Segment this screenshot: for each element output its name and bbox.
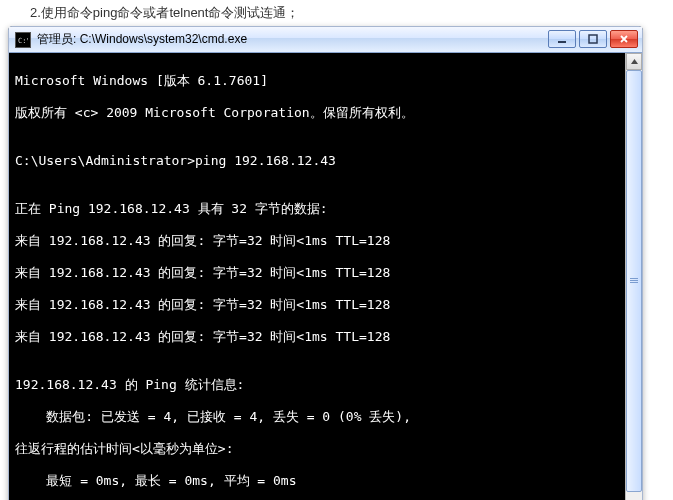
term-line: 最短 = 0ms, 最长 = 0ms, 平均 = 0ms [15,473,619,489]
svg-rect-2 [589,35,597,43]
term-line: 来自 192.168.12.43 的回复: 字节=32 时间<1ms TTL=1… [15,233,619,249]
term-line: 来自 192.168.12.43 的回复: 字节=32 时间<1ms TTL=1… [15,265,619,281]
cmd-icon: C:\ [15,32,31,48]
term-line: 正在 Ping 192.168.12.43 具有 32 字节的数据: [15,201,619,217]
titlebar[interactable]: C:\ 管理员: C:\Windows\system32\cmd.exe [9,27,642,53]
grip-icon [630,278,638,284]
scroll-thumb[interactable] [626,70,642,492]
vertical-scrollbar[interactable] [625,53,642,500]
term-line: 来自 192.168.12.43 的回复: 字节=32 时间<1ms TTL=1… [15,297,619,313]
maximize-button[interactable] [579,30,607,48]
svg-rect-1 [558,41,566,43]
term-line: 192.168.12.43 的 Ping 统计信息: [15,377,619,393]
cmd-window: C:\ 管理员: C:\Windows\system32\cmd.exe Mic… [8,26,643,500]
svg-text:C:\: C:\ [18,37,28,44]
term-line: Microsoft Windows [版本 6.1.7601] [15,73,619,89]
scroll-up-button[interactable] [626,53,642,70]
term-line: C:\Users\Administrator>ping 192.168.12.4… [15,153,619,169]
close-button[interactable] [610,30,638,48]
term-line: 来自 192.168.12.43 的回复: 字节=32 时间<1ms TTL=1… [15,329,619,345]
term-line: 往返行程的估计时间<以毫秒为单位>: [15,441,619,457]
term-line: 版权所有 <c> 2009 Microsoft Corporation。保留所有… [15,105,619,121]
term-line: 数据包: 已发送 = 4, 已接收 = 4, 丢失 = 0 (0% 丢失), [15,409,619,425]
window-buttons [548,30,638,48]
scroll-track[interactable] [626,70,642,500]
terminal-output[interactable]: Microsoft Windows [版本 6.1.7601] 版权所有 <c>… [9,53,625,500]
minimize-button[interactable] [548,30,576,48]
instruction-text: 2.使用命令ping命令或者telnent命令测试连通； [8,4,665,22]
window-title: 管理员: C:\Windows\system32\cmd.exe [37,31,247,48]
